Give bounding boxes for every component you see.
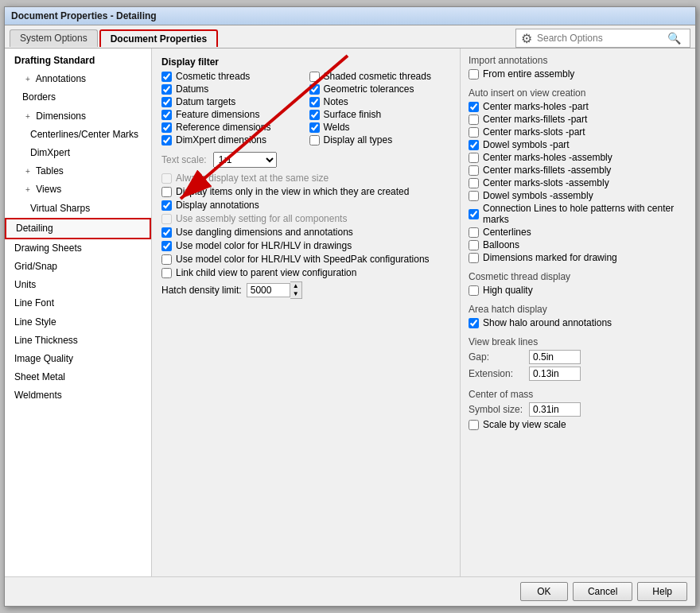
checkbox-feature-dimensions: Feature dimensions — [161, 109, 303, 120]
center-marks-fillets-part-checkbox[interactable] — [469, 114, 479, 125]
checkbox-datum-targets: Datum targets — [161, 96, 303, 107]
from-entire-assembly-label: From entire assembly — [483, 68, 574, 80]
center-marks-holes-part-row: Center marks-holes -part — [469, 101, 687, 112]
sidebar-item-drawing-sheets[interactable]: Drawing Sheets — [5, 239, 151, 258]
sidebar-item-image-quality[interactable]: Image Quality — [5, 350, 151, 368]
always-display-label: Always display text at the same size — [176, 173, 329, 184]
geometric-tolerances-label: Geometric tolerances — [324, 83, 414, 95]
ok-button[interactable]: OK — [520, 582, 568, 601]
always-display-checkbox[interactable] — [161, 173, 172, 184]
center-marks-holes-assembly-checkbox[interactable] — [469, 153, 479, 163]
center-marks-holes-part-checkbox[interactable] — [469, 102, 479, 112]
center-marks-slots-assembly-checkbox[interactable] — [469, 178, 479, 188]
text-scale-row: Text scale: 1:1 — [161, 152, 450, 168]
balloons-checkbox[interactable] — [469, 240, 479, 250]
dowel-symbols-assembly-checkbox[interactable] — [469, 191, 479, 201]
sidebar-item-weldments[interactable]: Weldments — [5, 386, 151, 405]
show-halo-checkbox[interactable] — [469, 318, 479, 328]
auto-insert-section: Auto insert on view creation Center mark… — [469, 87, 687, 263]
window-title: Document Properties - Detailing — [11, 10, 157, 21]
reference-dimensions-checkbox[interactable] — [161, 122, 172, 133]
cosmetic-thread-display-title: Cosmetic thread display — [469, 271, 687, 282]
tab-system-options[interactable]: System Options — [10, 29, 98, 47]
use-dangling-checkbox[interactable] — [161, 227, 172, 238]
col2-checkboxes: Shaded cosmetic threads Geometric tolera… — [309, 71, 451, 147]
text-scale-select[interactable]: 1:1 — [213, 152, 277, 168]
gear-icon: ⚙ — [521, 31, 532, 46]
dowel-symbols-part-checkbox[interactable] — [469, 140, 479, 150]
surface-finish-label: Surface finish — [324, 109, 382, 120]
sidebar-item-annotations[interactable]: + Annotations — [5, 70, 151, 88]
help-button[interactable]: Help — [637, 582, 687, 601]
link-child-view-checkbox[interactable] — [161, 268, 172, 278]
shaded-cosmetic-checkbox[interactable] — [309, 72, 320, 82]
display-items-only-label: Display items only in the view in which … — [176, 186, 409, 197]
dimxpert-dimensions-label: DimXpert dimensions — [176, 134, 266, 145]
option-always-display: Always display text at the same size — [161, 173, 450, 184]
balloons-label: Balloons — [483, 239, 519, 250]
use-model-color-hlr-checkbox[interactable] — [161, 241, 172, 251]
option-display-items-only: Display items only in the view in which … — [161, 186, 450, 197]
datums-checkbox[interactable] — [161, 84, 172, 95]
scale-by-view-checkbox[interactable] — [469, 420, 479, 430]
gap-input[interactable] — [529, 350, 581, 364]
sidebar-item-views[interactable]: + Views — [5, 180, 151, 199]
symbol-size-input[interactable] — [529, 402, 581, 417]
geometric-tolerances-checkbox[interactable] — [309, 84, 320, 95]
import-annotations-section: Import annotations From entire assembly — [469, 55, 687, 80]
use-model-color-speedpak-checkbox[interactable] — [161, 254, 172, 265]
center-marks-holes-assembly-label: Center marks-holes -assembly — [483, 152, 612, 163]
display-annotations-checkbox[interactable] — [161, 200, 172, 211]
hatch-spin-down[interactable]: ▼ — [290, 290, 301, 298]
high-quality-checkbox[interactable] — [469, 285, 479, 296]
hatch-spin-up[interactable]: ▲ — [290, 282, 301, 290]
dimxpert-dimensions-checkbox[interactable] — [161, 135, 172, 145]
extension-input[interactable] — [529, 367, 581, 381]
checkbox-notes: Notes — [309, 96, 451, 107]
sidebar-item-tables[interactable]: + Tables — [5, 162, 151, 180]
dimensions-marked-checkbox[interactable] — [469, 253, 479, 263]
balloons-row: Balloons — [469, 239, 687, 250]
display-all-types-checkbox[interactable] — [309, 135, 320, 145]
search-input[interactable] — [537, 33, 664, 44]
hatch-density-input[interactable] — [247, 283, 290, 297]
sidebar-item-dimxpert[interactable]: DimXpert — [5, 144, 151, 162]
feature-dimensions-label: Feature dimensions — [176, 109, 259, 120]
sidebar-item-virtual-sharps[interactable]: Virtual Sharps — [5, 200, 151, 218]
center-marks-slots-part-checkbox[interactable] — [469, 127, 479, 138]
checkbox-dimxpert-dimensions: DimXpert dimensions — [161, 134, 303, 145]
connection-lines-checkbox[interactable] — [469, 209, 479, 219]
notes-checkbox[interactable] — [309, 97, 320, 107]
sidebar-item-line-style[interactable]: Line Style — [5, 313, 151, 332]
datum-targets-checkbox[interactable] — [161, 97, 172, 107]
centerlines-checkbox[interactable] — [469, 227, 479, 238]
sidebar-item-centerlines-marks[interactable]: Centerlines/Center Marks — [5, 126, 151, 144]
cosmetic-threads-checkbox[interactable] — [161, 72, 172, 82]
sidebar-item-units[interactable]: Units — [5, 276, 151, 294]
option-display-annotations: Display annotations — [161, 200, 450, 211]
feature-dimensions-checkbox[interactable] — [161, 110, 172, 120]
display-items-only-checkbox[interactable] — [161, 187, 172, 197]
from-entire-assembly-checkbox[interactable] — [469, 69, 479, 80]
view-break-lines-section: View break lines Gap: Extension: — [469, 336, 687, 381]
sidebar-item-sheet-metal[interactable]: Sheet Metal — [5, 368, 151, 386]
sidebar-item-drafting-standard[interactable]: Drafting Standard — [5, 52, 151, 70]
center-marks-fillets-assembly-checkbox[interactable] — [469, 165, 479, 176]
sidebar-item-detailing[interactable]: Detailing — [5, 218, 151, 239]
sidebar-item-line-font[interactable]: Line Font — [5, 294, 151, 312]
use-assembly-checkbox[interactable] — [161, 214, 172, 224]
sidebar-item-borders[interactable]: Borders — [5, 88, 151, 107]
center-marks-slots-assembly-row: Center marks-slots -assembly — [469, 177, 687, 188]
sidebar-item-dimensions[interactable]: + Dimensions — [5, 107, 151, 126]
right-panel: Display filter Cosmetic threads Datums — [152, 48, 695, 576]
high-quality-label: High quality — [483, 285, 533, 296]
tab-document-properties[interactable]: Document Properties — [99, 29, 218, 47]
sidebar-item-grid-snap[interactable]: Grid/Snap — [5, 258, 151, 276]
connection-lines-row: Connection Lines to hole patterns with c… — [469, 203, 687, 225]
display-annotations-label: Display annotations — [176, 200, 259, 211]
high-quality-row: High quality — [469, 285, 687, 296]
welds-checkbox[interactable] — [309, 122, 320, 133]
cancel-button[interactable]: Cancel — [573, 582, 632, 601]
surface-finish-checkbox[interactable] — [309, 110, 320, 120]
sidebar-item-line-thickness[interactable]: Line Thickness — [5, 332, 151, 350]
